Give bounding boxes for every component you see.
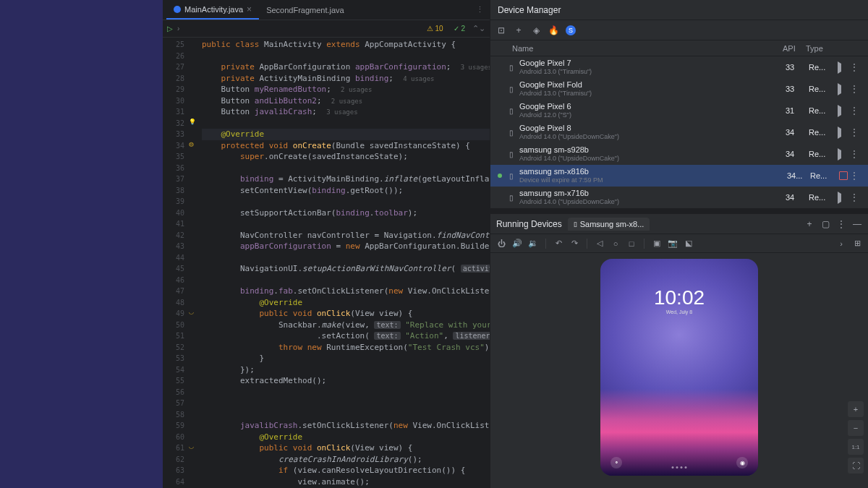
tab-label: SecondFragment.java	[266, 6, 344, 14]
volume-up-icon[interactable]: 🔊	[512, 239, 522, 249]
minimize-icon[interactable]: —	[852, 219, 862, 229]
close-icon[interactable]: ×	[247, 4, 252, 14]
chevron-right-icon[interactable]: ›	[836, 239, 846, 249]
tab-main-activity[interactable]: MainActivity.java ×	[166, 1, 259, 20]
device-api: 34	[786, 193, 809, 202]
device-name: samsung sm-x816b	[519, 167, 787, 176]
phone-icon: ▯	[505, 194, 518, 202]
code-editor[interactable]: 2526272829303132333435363738394041424344…	[163, 38, 490, 488]
device-name: Google Pixel 7	[519, 59, 786, 67]
device-type: Re...	[809, 106, 838, 115]
device-screen[interactable]: 10:02 Wed, July 8 ⚬ ◉	[600, 259, 758, 476]
line-gutter: 2526272829303132333435363738394041424344…	[163, 38, 189, 488]
device-type: Re...	[809, 128, 838, 137]
device-row[interactable]: ▯Google Pixel 6Android 12.0 ("S")31Re...…	[490, 100, 868, 121]
more-icon[interactable]: ⋮	[836, 219, 846, 229]
back-icon[interactable]: ◁	[595, 239, 605, 249]
phone-icon: ▯	[505, 64, 518, 72]
screenshot-icon[interactable]: ▣	[652, 239, 662, 249]
wifi-icon[interactable]: ◈	[531, 25, 541, 35]
device-api: 34...	[787, 171, 810, 180]
device-subtitle: Android 14.0 ("UpsideDownCake")	[519, 154, 786, 163]
play-icon[interactable]	[838, 85, 848, 93]
tab-second-fragment[interactable]: SecondFragment.java	[259, 1, 352, 20]
volume-down-icon[interactable]: 🔉	[528, 239, 538, 249]
tabs-more-icon[interactable]: ⋮	[476, 5, 484, 14]
device-row[interactable]: ▯Google Pixel 8Android 14.0 ("UpsideDown…	[490, 121, 868, 143]
device-type: Re...	[809, 150, 838, 158]
window-icon[interactable]: ▢	[820, 219, 830, 229]
lock-screen-date: Wed, July 8	[600, 309, 758, 314]
device-type: Re...	[809, 63, 838, 72]
col-type[interactable]: Type	[806, 44, 835, 53]
overview-icon[interactable]: □	[626, 239, 637, 249]
firebase-icon[interactable]: 🔥	[548, 25, 558, 35]
running-device-tab[interactable]: ▯ Samsung sm-x8...	[568, 218, 650, 231]
device-row[interactable]: ▯samsung sm-x716bAndroid 14.0 ("UpsideDo…	[490, 187, 868, 208]
play-icon[interactable]	[838, 194, 848, 202]
phone-icon: ▯	[505, 129, 518, 137]
inspection-badges[interactable]: ⚠ 10 ✓ 2 ⌃⌄	[424, 24, 485, 33]
camera-shortcut-icon[interactable]: ◉	[736, 457, 748, 468]
tab-label: MainActivity.java	[184, 5, 243, 14]
device-name: Google Pixel Fold	[519, 80, 786, 89]
more-icon[interactable]: ⋮	[848, 192, 861, 202]
rotate-right-icon[interactable]: ↷	[569, 239, 579, 249]
stop-icon[interactable]	[839, 171, 848, 180]
warning-badge[interactable]: ⚠ 10	[424, 24, 446, 33]
more-icon[interactable]: ⋮	[848, 84, 861, 94]
more-icon[interactable]: ⋮	[848, 127, 861, 137]
col-name[interactable]: Name	[498, 44, 783, 53]
device-api: 31	[786, 106, 809, 115]
running-status-dot	[498, 174, 502, 178]
add-device-icon[interactable]: +	[514, 25, 524, 35]
chevron-up-down-icon[interactable]: ⌃⌄	[472, 24, 485, 33]
more-icon[interactable]: ⋮	[848, 149, 861, 159]
device-subtitle: Android 12.0 ("S")	[519, 111, 786, 119]
device-row[interactable]: ▯Google Pixel 7Android 13.0 ("Tiramisu")…	[490, 56, 868, 78]
sync-icon[interactable]: S	[566, 25, 576, 35]
rotate-left-icon[interactable]: ↶	[553, 239, 563, 249]
ok-badge[interactable]: ✓ 2	[451, 24, 468, 33]
editor-panel: MainActivity.java × SecondFragment.java …	[163, 0, 490, 488]
java-file-icon	[174, 6, 181, 13]
zoom-fit-button[interactable]: 1:1	[848, 439, 864, 455]
settings-icon[interactable]: ⊞	[852, 239, 862, 249]
ide-window: MainActivity.java × SecondFragment.java …	[163, 0, 868, 488]
record-icon[interactable]: ⬕	[684, 239, 694, 249]
device-name: samsung sm-x716b	[519, 189, 786, 197]
power-icon[interactable]: ⏻	[496, 239, 506, 249]
col-api[interactable]: API	[783, 44, 806, 53]
device-list: ▯Google Pixel 7Android 13.0 ("Tiramisu")…	[490, 56, 868, 208]
device-subtitle: Android 14.0 ("UpsideDownCake")	[519, 132, 786, 141]
play-icon[interactable]	[838, 107, 848, 115]
right-tool-panel: Device Manager ⊡ + ◈ 🔥 S Name API Type ▯…	[490, 0, 868, 488]
device-subtitle: Android 14.0 ("UpsideDownCake")	[519, 197, 786, 206]
more-icon[interactable]: ⋮	[848, 106, 861, 116]
zoom-in-button[interactable]: +	[848, 401, 864, 417]
panel-title: Device Manager	[498, 5, 561, 15]
camera-icon[interactable]: 📷	[668, 239, 678, 249]
device-name: Google Pixel 6	[519, 102, 786, 111]
home-icon[interactable]: ○	[610, 239, 621, 249]
device-subtitle: Android 13.0 ("Tiramisu")	[519, 67, 786, 76]
zoom-full-button[interactable]: ⛶	[848, 458, 864, 474]
code-content[interactable]: public class MainActivity extends AppCom…	[202, 38, 490, 488]
device-row[interactable]: ▯samsung sm-s928bAndroid 14.0 ("UpsideDo…	[490, 143, 868, 165]
wallpaper-gradient	[600, 389, 758, 476]
device-row[interactable]: ▯samsung sm-x816bDevice will expire at 7…	[490, 165, 868, 187]
run-gutter-icon[interactable]: ▷	[167, 25, 173, 33]
play-icon[interactable]	[838, 150, 848, 158]
add-tab-icon[interactable]: +	[804, 219, 814, 229]
running-devices-header: Running Devices ▯ Samsung sm-x8... + ▢ ⋮…	[490, 214, 868, 234]
more-icon[interactable]: ⋮	[848, 62, 861, 72]
pair-device-icon[interactable]: ⊡	[496, 25, 506, 35]
zoom-out-button[interactable]: −	[848, 420, 864, 436]
device-row[interactable]: ▯Google Pixel FoldAndroid 13.0 ("Tiramis…	[490, 78, 868, 100]
play-icon[interactable]	[838, 129, 848, 137]
play-icon[interactable]	[838, 64, 848, 72]
flashlight-shortcut-icon[interactable]: ⚬	[610, 457, 622, 468]
emulator-viewport[interactable]: 10:02 Wed, July 8 ⚬ ◉ + − 1:1 ⛶	[490, 253, 868, 488]
device-table-header: Name API Type	[490, 40, 868, 56]
more-icon[interactable]: ⋮	[848, 171, 861, 181]
